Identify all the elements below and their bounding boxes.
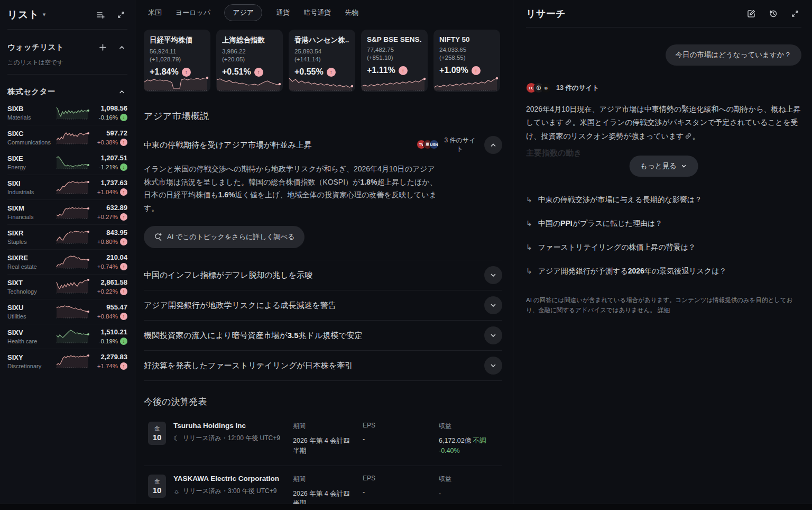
sector-row-sixb[interactable]: SIXBMaterials 1,098.56-0.16%↓ [7, 101, 127, 125]
details-link[interactable]: 詳細 [658, 307, 670, 313]
earnings-row[interactable]: 金10 YASKAWA Electric Corporation ☼リリース済み… [144, 466, 502, 504]
tab-europe[interactable]: ヨーロッパ [176, 5, 210, 21]
index-card-hangseng[interactable]: 香港ハンセン株... 25,893.54 (+141.14) +0.55%↑ [289, 30, 355, 92]
ai-explore-button[interactable]: AI でこのトピックをさらに詳しく調べる [144, 226, 304, 248]
earnings-list: 金10 Tsuruha Holdings Inc ☾リリース済み・12:00 午… [144, 413, 502, 504]
history-icon [769, 9, 778, 19]
news-item-collapsed[interactable]: 好決算を発表したファーストリテイリングが日本株を牽引 [144, 350, 502, 381]
sector-row-sixe[interactable]: SIXEEnergy 1,207.51-1.21%↓ [7, 150, 127, 175]
sector-row-sixv[interactable]: SIXVHealth care 1,510.21-0.19%↓ [7, 324, 127, 349]
tab-futures[interactable]: 先物 [345, 5, 358, 21]
sector-value: 1,737.63 [90, 179, 127, 187]
plus-icon [99, 43, 107, 51]
add-watchlist-item-button[interactable] [97, 41, 109, 53]
earnings-row[interactable]: 金10 Tsuruha Holdings Inc ☾リリース済み・12:00 午… [144, 413, 502, 466]
followup-question[interactable]: ↳中東の停戦交渉が市場に与える長期的な影響は？ [526, 189, 801, 210]
earnings-date: 金10 [148, 422, 166, 445]
new-chat-button[interactable] [744, 7, 758, 21]
revenue-label: 収益 [439, 475, 502, 484]
expand-news-button[interactable] [484, 326, 502, 344]
expand-news-button[interactable] [484, 266, 502, 284]
sector-row-sixi[interactable]: SIXIIndustrials 1,737.63+1.04%↑ [7, 175, 127, 199]
index-change: (+258.55) [439, 54, 494, 61]
sector-ticker: SIXRE [7, 254, 56, 262]
index-value: 25,893.54 [294, 48, 349, 54]
sector-ticker: SIXB [7, 105, 56, 113]
lists-sidebar: リスト ▾ ウォッチリスト このリストは空です 株式セクター [0, 0, 135, 504]
sector-sparkline [56, 279, 90, 295]
tab-crypto[interactable]: 暗号通貨 [303, 5, 331, 21]
expand-news-button[interactable] [484, 357, 502, 375]
followup-question[interactable]: ↳ファーストリテイリングの株価上昇の背景は？ [526, 237, 801, 258]
sectors-header: 株式セクター [7, 86, 127, 97]
lists-caret-icon[interactable]: ▾ [43, 11, 46, 18]
sector-ticker: SIXR [7, 229, 56, 237]
sector-change: +1.74% [97, 363, 118, 369]
company-name[interactable]: Tsuruha Holdings Inc [173, 422, 285, 430]
watchlist-empty-note: このリストは空です [7, 59, 127, 75]
sector-row-sixc[interactable]: SIXCCommunications 597.72+0.38%↑ [7, 125, 127, 150]
sector-value: 1,510.21 [90, 328, 127, 336]
sector-change: -1.21% [99, 164, 118, 170]
eps-value: - [363, 487, 422, 497]
sources-chip[interactable]: TV 亜 USN 3 件のサイト [417, 136, 477, 153]
sector-change: +1.04% [97, 189, 118, 195]
chevron-down-icon [681, 163, 687, 169]
collapse-sectors-button[interactable] [116, 86, 127, 97]
period-value: 2026 年第 4 会計四半期 [293, 489, 352, 504]
index-value: 24,033.65 [439, 47, 494, 53]
news-item-collapsed[interactable]: 機関投資家の流入により暗号資産市場が3.5兆ドル規模で安定 [144, 320, 502, 350]
sector-change: +0.22% [97, 288, 118, 295]
release-timing: リリース済み・12:00 午後 UTC+9 [183, 434, 280, 443]
tab-asia[interactable]: アジア [224, 4, 262, 21]
trend-arrow-badge: ↑ [120, 288, 127, 295]
company-name[interactable]: YASKAWA Electric Corporation [173, 475, 285, 482]
sector-ticker: SIXC [7, 130, 56, 138]
index-card-nifty[interactable]: NIFTY 50 24,033.65 (+258.55) +1.09%↑ [433, 30, 500, 92]
add-list-button[interactable] [94, 8, 107, 22]
moon-icon: ☾ [173, 434, 180, 442]
index-card-nikkei[interactable]: 日経平均株価 56,924.11 (+1,028.79) +1.84%↑ [144, 30, 210, 92]
collapse-news-button[interactable] [484, 136, 502, 154]
expand-news-button[interactable] [484, 296, 502, 314]
index-card-shanghai[interactable]: 上海総合指数 3,986.22 (+20.05) +0.51%↑ [216, 30, 283, 92]
index-percent: +1.11% [367, 66, 395, 75]
chevron-down-icon [490, 362, 497, 369]
news-item-collapsed[interactable]: アジア開発銀行が地政学リスクによる成長減速を警告 [144, 290, 502, 320]
expand-research-button[interactable] [789, 7, 801, 20]
citation-link-icon[interactable] [565, 116, 571, 130]
history-button[interactable] [767, 7, 780, 21]
source-favicon: B [541, 83, 551, 93]
up-arrow-badge: ↑ [399, 66, 408, 75]
news-title[interactable]: 中東の停戦期待を受けアジア市場が軒並み上昇 [144, 136, 417, 150]
tab-us[interactable]: 米国 [148, 5, 162, 21]
period-label: 期間 [293, 475, 355, 484]
index-percent: +1.84% [150, 67, 179, 77]
news-item-collapsed[interactable]: 中国のインフレ指標がデフレ脱却の兆しを示唆 [144, 260, 502, 290]
answer-sources[interactable]: TO Ⓣ B 13 件のサイト [526, 83, 801, 93]
release-timing: リリース済み・3:00 午後 UTC+9 [183, 487, 277, 496]
sector-row-sixu[interactable]: SIXUUtilities 955.47+0.84%↑ [7, 299, 127, 324]
sector-row-sixre[interactable]: SIXREReal estate 210.04+0.74%↑ [7, 249, 127, 274]
lists-title[interactable]: リスト [7, 8, 39, 22]
chevron-down-icon [490, 302, 497, 309]
show-more-button[interactable]: もっと見る [629, 156, 698, 177]
expand-lists-button[interactable] [115, 8, 127, 21]
trend-arrow-badge: ↓ [120, 338, 127, 345]
sector-row-sixt[interactable]: SIXTTechnology 2,861.58+0.22%↑ [7, 274, 127, 299]
ai-search-icon [154, 233, 162, 241]
followup-question[interactable]: ↳中国のPPIがプラスに転じた理由は？ [526, 213, 801, 234]
citation-link-icon[interactable] [685, 130, 691, 143]
chevron-up-icon [490, 141, 497, 149]
tab-currencies[interactable]: 通貨 [276, 5, 290, 21]
followup-question[interactable]: ↳アジア開発銀行が予測する2026年の景気後退リスクは？ [526, 261, 801, 281]
sector-row-sixr[interactable]: SIXRStaples 843.95+0.80%↑ [7, 224, 127, 249]
sector-row-sixy[interactable]: SIXYDiscretionary 2,279.83+1.74%↑ [7, 349, 127, 374]
index-percent: +0.55% [294, 67, 324, 77]
collapse-watchlist-button[interactable] [116, 42, 127, 53]
sector-row-sixm[interactable]: SIXMFinancials 632.89+0.27%↑ [7, 199, 127, 224]
index-value: 56,924.11 [150, 48, 205, 54]
index-value: 3,986.22 [222, 48, 277, 54]
revenue-value: 6,172.02億 不調 -0.40% [439, 436, 498, 456]
index-card-sensex[interactable]: S&P BSE SENS... 77,482.75 (+851.10) +1.1… [361, 30, 428, 92]
